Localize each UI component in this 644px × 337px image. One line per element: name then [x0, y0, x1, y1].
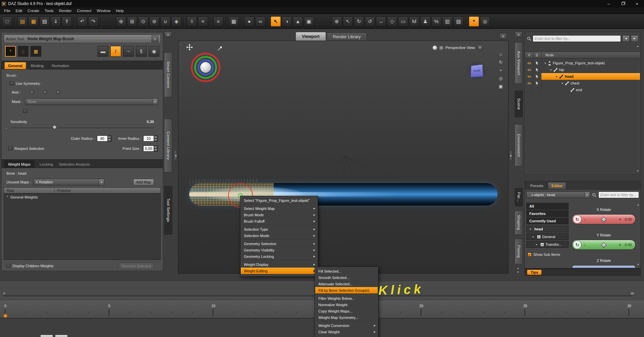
- view-cube[interactable]: Front: [466, 60, 487, 81]
- slider-handle[interactable]: [601, 242, 607, 248]
- spot-render-tool-icon[interactable]: ▣: [304, 16, 314, 26]
- menubar-item[interactable]: Window: [94, 9, 113, 13]
- bone-chain-icon[interactable]: §: [136, 46, 147, 57]
- primitive-icon[interactable]: ●: [244, 16, 254, 26]
- submenu-item-normalize-weight[interactable]: Normalize Weight: [315, 301, 378, 308]
- view-cube-front-face[interactable]: Front: [471, 64, 483, 77]
- expand-icon[interactable]: ▼: [555, 75, 558, 78]
- menubar-item[interactable]: Tools: [42, 9, 56, 13]
- close-button[interactable]: ×: [630, 0, 644, 7]
- y-rotate-slider[interactable]: ↻ - + 0.00: [572, 240, 636, 250]
- point-weight-mode-icon[interactable]: ::: [18, 46, 29, 57]
- menu-item-select-weight-map[interactable]: Select Weight Map ▶: [241, 205, 317, 212]
- slider-minus[interactable]: -: [584, 217, 586, 221]
- outer-radius-spinner[interactable]: ▲▼: [107, 136, 111, 141]
- display-children-checkbox[interactable]: [6, 264, 10, 268]
- geometry-editor-tool-icon[interactable]: ▲: [293, 16, 303, 26]
- menubar-item[interactable]: Help: [113, 9, 126, 13]
- parameters-filter-input[interactable]: [598, 191, 639, 198]
- param-group-all[interactable]: All: [526, 203, 569, 210]
- scene-node-row-selected[interactable]: ▼ head: [525, 73, 640, 80]
- inner-radius-input[interactable]: 10 ▲▼: [143, 135, 158, 142]
- weight-select-icon[interactable]: ◎: [480, 16, 490, 26]
- unused-maps-combo[interactable]: X Rotation ▼: [33, 179, 104, 185]
- node-selection-tool-icon[interactable]: ↖: [271, 16, 281, 26]
- expand-icon[interactable]: ▼: [544, 62, 546, 64]
- texture-atlas-icon[interactable]: ▨: [453, 16, 464, 26]
- scroll-up-icon[interactable]: ▲: [637, 45, 639, 47]
- lock-node-icon[interactable]: ¤: [198, 16, 208, 26]
- universal-manipulator-icon[interactable]: [186, 44, 193, 51]
- axis-y-radio[interactable]: [43, 91, 47, 94]
- slider-minus[interactable]: -: [584, 243, 586, 247]
- spin-up-icon[interactable]: ▲: [107, 136, 111, 138]
- tab-general[interactable]: General: [4, 62, 26, 69]
- submenu-item-weight-conversion[interactable]: Weight Conversion ▶: [315, 322, 378, 329]
- tab-presets[interactable]: Presets: [527, 182, 547, 189]
- measure-tool-icon[interactable]: M: [409, 16, 419, 26]
- view-frame-icon[interactable]: ▣: [499, 84, 503, 89]
- sensitivity-slider[interactable]: [10, 128, 154, 129]
- expand-icon[interactable]: ▼: [529, 228, 532, 230]
- outer-radius-input[interactable]: 40 ▲▼: [97, 135, 112, 142]
- param-group-transforms[interactable]: ▼ Transfor...: [526, 241, 569, 248]
- weight-map-mode-icon[interactable]: *: [5, 46, 16, 57]
- axis-x-radio[interactable]: [30, 91, 34, 94]
- weight-brush-tool-icon[interactable]: *: [469, 16, 479, 26]
- gizmo-center-ball[interactable]: [200, 62, 211, 73]
- tab-shaping[interactable]: Shaping: [515, 211, 523, 235]
- slider-plus[interactable]: +: [619, 243, 621, 247]
- grid-snap-icon[interactable]: ▦: [229, 16, 239, 26]
- mask-invert-checkbox[interactable]: [23, 109, 27, 113]
- respect-selection-checkbox[interactable]: [8, 147, 12, 151]
- shaded-display-icon[interactable]: [433, 46, 437, 50]
- submenu-item-copy-weight-maps[interactable]: Copy Weight Maps...: [315, 308, 378, 314]
- visibility-eye-icon[interactable]: [525, 60, 533, 66]
- expand-icon[interactable]: ▼: [550, 69, 552, 71]
- submenu-item-clear-weight[interactable]: Clear Weight ▶: [315, 329, 378, 335]
- selection-cursor-icon[interactable]: [533, 73, 541, 80]
- slider-plus[interactable]: +: [619, 217, 621, 221]
- selection-cursor-icon[interactable]: [533, 60, 541, 66]
- paint-brush-icon[interactable]: /: [110, 46, 121, 57]
- figure-pose-icon[interactable]: ♟: [420, 16, 430, 26]
- scroll-up-icon[interactable]: ▲: [517, 267, 519, 269]
- roller-brush-icon[interactable]: ▬: [98, 46, 108, 57]
- tab-selection-analysis[interactable]: Selection Analysis: [58, 161, 91, 168]
- import-icon[interactable]: ⇓: [51, 16, 61, 26]
- menubar-item[interactable]: Edit: [13, 9, 25, 13]
- point-size-spinner[interactable]: ▲▼: [154, 146, 158, 151]
- menu-item-weight-display[interactable]: Weight Display ▶: [241, 261, 317, 268]
- save-file-icon[interactable]: ▦: [29, 16, 39, 26]
- create-dform-icon[interactable]: ◈: [171, 16, 181, 26]
- title-bar[interactable]: DAZ Studio 4.9 Pro - test-objekt.duf – ×: [0, 0, 644, 7]
- scene-node-row[interactable]: ▼ Figure_Prop_Figure_test-objekt: [525, 60, 640, 66]
- active-tool-dropdown-icon[interactable]: ▼: [152, 36, 158, 42]
- menu-item-geometry-selection[interactable]: Geometry Selection ▶: [241, 240, 317, 247]
- menu-item-weight-editing[interactable]: Weight Editing ▶: [241, 268, 317, 274]
- scroll-up-icon[interactable]: ▲: [637, 204, 639, 206]
- tab-render-library[interactable]: Render Library: [327, 33, 367, 41]
- spin-down-icon[interactable]: ▼: [154, 138, 158, 141]
- tab-smart-content[interactable]: Smart Content: [164, 52, 172, 97]
- scene-node-row[interactable]: end: [525, 87, 640, 93]
- tab-parameters[interactable]: Par...: [515, 188, 523, 207]
- redo-icon[interactable]: ↷: [88, 16, 98, 26]
- menu-item-geometry-locking[interactable]: Geometry Locking ▶: [241, 253, 317, 260]
- scene-filter-input[interactable]: [533, 35, 621, 42]
- axis-z-radio[interactable]: [56, 91, 60, 94]
- submenu-item-weight-map-symmetry[interactable]: Weight Map Symmetry...: [315, 314, 378, 321]
- timeline-button-stub[interactable]: [40, 335, 53, 337]
- menu-item-geometry-visibility[interactable]: Geometry Visibility ▶: [241, 247, 317, 253]
- visibility-eye-icon[interactable]: [525, 73, 533, 80]
- param-group-head[interactable]: ▼ head: [526, 226, 569, 232]
- scale-tool-icon[interactable]: ◇: [387, 16, 397, 26]
- falloff-sphere-icon[interactable]: ◉: [149, 46, 159, 57]
- symmetry-icon[interactable]: %: [431, 16, 441, 26]
- tab-editor[interactable]: Editor: [548, 182, 566, 189]
- rotate-tool-icon[interactable]: ↻: [354, 16, 364, 26]
- z-rotate-slider[interactable]: [572, 265, 636, 268]
- aspect-frame-icon[interactable]: ⊞: [439, 45, 443, 50]
- restore-button[interactable]: [616, 0, 630, 7]
- menubar-item[interactable]: Create: [25, 9, 42, 13]
